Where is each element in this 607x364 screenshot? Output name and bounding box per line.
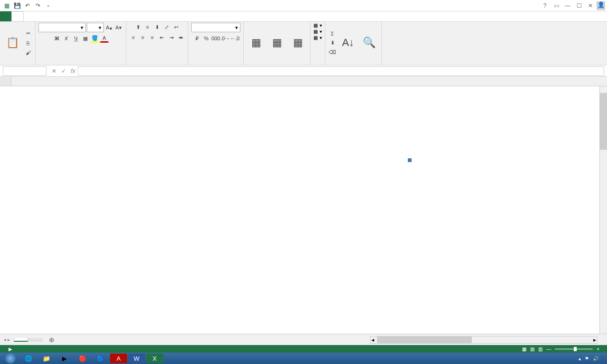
chrome-icon[interactable]: 🔵 [92, 354, 109, 363]
excel-icon: ▦ [3, 2, 10, 9]
start-button[interactable] [2, 354, 19, 363]
zoom-in-icon[interactable]: + [597, 346, 599, 352]
embedded-chart[interactable] [197, 90, 415, 227]
merge-icon[interactable]: ⬌ [176, 33, 185, 42]
font-color-icon[interactable]: A [100, 34, 109, 43]
word-icon[interactable]: W [128, 354, 145, 363]
sheet-tab-2[interactable] [28, 338, 42, 341]
tab-file[interactable] [0, 11, 11, 21]
sort-filter-button[interactable]: A↓ [339, 35, 358, 51]
insert-cells-button[interactable]: ▦ ▾ [313, 23, 322, 28]
align-center-icon[interactable]: ≡ [138, 33, 147, 42]
number-format-select[interactable]: ▾ [191, 23, 240, 32]
minimize-icon[interactable]: — [562, 2, 573, 9]
macro-icon[interactable]: ▶ [9, 346, 12, 352]
align-bottom-icon[interactable]: ⬇ [153, 23, 161, 31]
cell-styles-button[interactable]: ▦ [288, 35, 307, 51]
paste-button[interactable]: 📋 [3, 35, 22, 51]
ribbon-opts-icon[interactable]: ▭ [551, 2, 561, 9]
name-box[interactable] [3, 66, 46, 76]
adobe-icon[interactable]: A [110, 354, 127, 363]
excel-taskbar-icon[interactable]: X [146, 354, 163, 363]
copy-icon[interactable]: ⎘ [24, 39, 32, 47]
sheet-nav[interactable]: ◂ ▸ [0, 337, 14, 342]
tab-home[interactable] [11, 11, 24, 21]
select-all-corner[interactable] [0, 77, 11, 86]
cancel-icon[interactable]: ✕ [49, 68, 59, 74]
close-icon[interactable]: ✕ [585, 2, 596, 9]
undo-icon[interactable]: ↶ [24, 2, 31, 9]
zoom-slider[interactable] [555, 348, 593, 350]
add-sheet-button[interactable]: ⊕ [42, 335, 61, 345]
view-break-icon[interactable]: ▥ [538, 346, 543, 352]
explorer-icon[interactable]: 📁 [38, 354, 55, 363]
clear-icon[interactable]: ⌫ [328, 48, 337, 57]
format-as-table-button[interactable]: ▦ [267, 35, 286, 51]
new-doc-icon[interactable]: ▫ [45, 2, 52, 9]
fill-color-icon[interactable]: 🪣 [91, 34, 99, 43]
underline-button[interactable]: Ч [72, 34, 80, 43]
conditional-formatting-button[interactable]: ▦ [247, 35, 266, 51]
zoom-out-icon[interactable]: — [546, 346, 551, 352]
vertical-scrollbar[interactable] [599, 86, 607, 334]
find-select-button[interactable]: 🔍 [359, 35, 378, 51]
view-normal-icon[interactable]: ▦ [522, 346, 526, 352]
grow-font-icon[interactable]: A▴ [105, 23, 113, 32]
maximize-icon[interactable]: ☐ [574, 2, 584, 9]
opera-icon[interactable]: 🔴 [74, 354, 91, 363]
sheet-tab-1[interactable] [14, 338, 28, 342]
orientation-icon[interactable]: ⤢ [162, 23, 171, 31]
tab-insert[interactable] [24, 11, 35, 21]
align-left-icon[interactable]: ≡ [129, 33, 138, 42]
view-page-icon[interactable]: ▤ [530, 346, 534, 352]
save-icon[interactable]: 💾 [13, 2, 21, 9]
scroll-thumb[interactable] [600, 93, 607, 150]
sign-in[interactable] [602, 11, 607, 21]
dec-decimal-icon[interactable]: ←.0 [230, 34, 239, 43]
formula-input[interactable] [78, 66, 604, 76]
tab-addins[interactable] [92, 11, 103, 21]
tray-up-icon[interactable]: ▴ [579, 356, 581, 361]
shrink-font-icon[interactable]: A▾ [114, 23, 123, 32]
tab-formulas[interactable] [46, 11, 58, 21]
thousands-icon[interactable]: 000 [212, 34, 220, 43]
tray-flag-icon[interactable]: ⚑ [585, 356, 589, 361]
bold-button[interactable]: Ж [53, 34, 61, 43]
user-icon[interactable]: 👤 [597, 1, 605, 10]
tab-page-layout[interactable] [35, 11, 46, 21]
scroll-thumb[interactable] [377, 337, 472, 343]
tab-view[interactable] [81, 11, 92, 21]
quick-access-toolbar: ▦ 💾 ↶ ↷ ▫ [0, 2, 55, 9]
format-painter-icon[interactable]: 🖌 [24, 48, 32, 57]
italic-button[interactable]: К [62, 34, 71, 43]
column-headers[interactable] [0, 77, 607, 86]
media-icon[interactable]: ▶ [56, 354, 73, 363]
fx-icon[interactable]: fx [68, 68, 78, 74]
percent-icon[interactable]: % [202, 34, 211, 43]
cut-icon[interactable]: ✂ [24, 29, 32, 38]
worksheet-grid[interactable] [0, 77, 607, 334]
ie-icon[interactable]: 🌐 [20, 354, 37, 363]
horizontal-scrollbar[interactable]: ◂▸ [370, 336, 598, 344]
redo-icon[interactable]: ↷ [34, 2, 42, 9]
border-icon[interactable]: ▦ [81, 34, 90, 43]
help-icon[interactable]: ? [540, 2, 550, 9]
currency-icon[interactable]: ₽ [193, 34, 201, 43]
format-cells-button[interactable]: ▦ ▾ [313, 35, 322, 40]
align-right-icon[interactable]: ≡ [148, 33, 156, 42]
wrap-text-icon[interactable]: ↩ [172, 23, 180, 31]
align-middle-icon[interactable]: ≡ [143, 23, 152, 31]
fill-icon[interactable]: ⬇ [328, 39, 337, 47]
align-top-icon[interactable]: ⬆ [134, 23, 142, 31]
enter-icon[interactable]: ✓ [59, 68, 68, 74]
delete-cells-button[interactable]: ▦ ▾ [313, 29, 322, 34]
tab-data[interactable] [58, 11, 69, 21]
autosum-icon[interactable]: Σ [328, 29, 337, 38]
tab-review[interactable] [69, 11, 81, 21]
font-size-select[interactable]: ▾ [87, 23, 104, 32]
tray-volume-icon[interactable]: 🔊 [593, 356, 598, 361]
indent-dec-icon[interactable]: ⇤ [157, 33, 166, 42]
inc-decimal-icon[interactable]: .0→ [221, 34, 230, 43]
indent-inc-icon[interactable]: ⇥ [167, 33, 175, 42]
font-name-select[interactable]: ▾ [38, 23, 86, 32]
